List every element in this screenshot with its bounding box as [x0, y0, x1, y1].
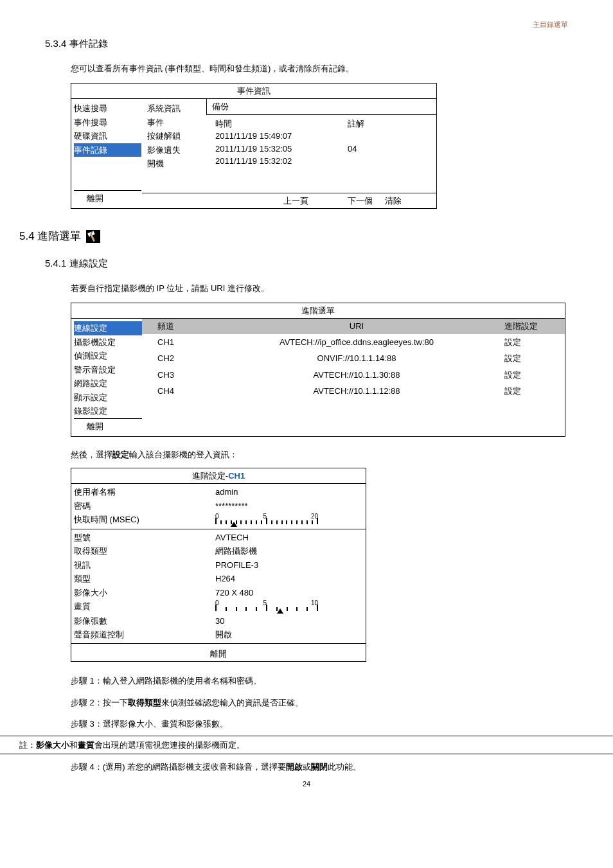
event-time-cell: 2011/11/19 15:32:05	[206, 143, 335, 155]
event-time-cell: 2011/11/19 15:32:02	[206, 155, 335, 168]
advanced-ch-cell: CH4	[142, 384, 213, 399]
advanced-menu-table: 進階選單 連線設定攝影機設定偵測設定警示音設定網路設定顯示設定錄影設定 離開 頻…	[71, 303, 565, 438]
event-leave-button[interactable]: 離開	[74, 190, 141, 206]
advanced-ch-cell: CH3	[142, 368, 213, 383]
advanced-left-item[interactable]: 連線設定	[74, 321, 142, 335]
ch1-leave-button[interactable]: 離開	[71, 645, 366, 662]
ch1-label: 影像大小	[74, 587, 215, 599]
event-note-cell	[335, 130, 412, 143]
advanced-row: CH2ONVIF://10.1.1.14:88設定	[142, 350, 565, 367]
advanced-set-button[interactable]: 設定	[501, 335, 565, 350]
advanced-set-button[interactable]: 設定	[501, 384, 565, 399]
cache-time-label: 快取時間 (MSEC)	[74, 513, 215, 527]
ch1-table-title: 進階設定-CH1	[71, 468, 366, 484]
advanced-uri-cell[interactable]: ONVIF://10.1.1.14:88	[213, 351, 501, 366]
advanced-uri-cell[interactable]: AVTECH://ip_office.ddns.eagleeyes.tw:80	[213, 335, 501, 350]
ch1-label: 密碼	[74, 500, 215, 513]
section-541-title: 5.4.1 連線設定	[45, 256, 568, 271]
section-54-title: 5.4 進階選單	[19, 228, 568, 245]
event-left-item[interactable]: 事件搜尋	[74, 116, 141, 130]
event-mid-item[interactable]: 開機	[147, 157, 201, 171]
ch1-value: admin	[215, 486, 366, 499]
event-time-header: 時間	[206, 118, 335, 130]
hammer-icon	[86, 230, 100, 243]
advanced-uri-cell[interactable]: AVTECH://10.1.1.30:88	[213, 368, 501, 383]
ch1-value: 網路攝影機	[215, 545, 366, 558]
advanced-left-item[interactable]: 顯示設定	[74, 391, 142, 405]
event-mid-item[interactable]: 按鍵解鎖	[147, 129, 201, 143]
cache-time-slider[interactable]: 0 5 20	[215, 514, 318, 527]
ch1-value: AVTECH	[215, 531, 366, 544]
page-header-tag: 主目錄選單	[45, 19, 568, 30]
advanced-left-column: 連線設定攝影機設定偵測設定警示音設定網路設定顯示設定錄影設定 離開	[71, 319, 142, 436]
event-mid-item[interactable]: 事件	[147, 116, 201, 130]
page-number: 24	[45, 779, 568, 790]
event-backup-area: 備份	[206, 99, 436, 115]
event-info-table: 事件資訊 快速搜尋事件搜尋硬碟資訊事件記錄 離開 系統資訊事件按鍵解鎖影像遺失開…	[71, 83, 437, 209]
ch1-value: 720 X 480	[215, 587, 366, 599]
quality-slider[interactable]: 0 5 10	[215, 601, 318, 614]
event-row: 2011/11/19 15:32:0504	[206, 143, 436, 155]
advanced-set-button[interactable]: 設定	[501, 368, 565, 383]
advanced-left-item[interactable]: 警示音設定	[74, 363, 142, 377]
section-534-title: 5.3.4 事件記錄	[45, 37, 568, 51]
ch1-value: 開啟	[215, 628, 366, 641]
event-note-cell: 04	[335, 143, 412, 155]
ch1-label: 視訊	[74, 559, 215, 572]
ch1-label: 影像張數	[74, 615, 215, 628]
event-left-column: 快速搜尋事件搜尋硬碟資訊事件記錄 離開	[71, 99, 142, 208]
event-left-item[interactable]: 硬碟資訊	[74, 129, 141, 143]
step-3: 步驟 3：選擇影像大小、畫質和影像張數。	[71, 718, 568, 731]
ch1-value: H264	[215, 572, 366, 585]
step-1: 步驟 1：輸入登入網路攝影機的使用者名稱和密碼。	[71, 675, 568, 687]
advanced-ch-header: 頻道	[142, 319, 213, 334]
advanced-leave-button[interactable]: 離開	[74, 418, 142, 434]
advanced-set-button[interactable]: 設定	[501, 351, 565, 366]
event-row: 2011/11/19 15:32:02	[206, 155, 436, 168]
ch1-row: 類型H264	[71, 572, 366, 586]
advanced-row: CH3AVTECH://10.1.1.30:88設定	[142, 367, 565, 384]
section-541-desc: 若要自行指定攝影機的 IP 位址，請點 URI 進行修改。	[71, 282, 568, 295]
advanced-set-header: 進階設定	[501, 319, 565, 334]
advanced-row: CH1AVTECH://ip_office.ddns.eagleeyes.tw:…	[142, 334, 565, 351]
event-note-header: 註解	[335, 118, 412, 130]
ch1-row: 視訊PROFILE-3	[71, 558, 366, 572]
advanced-left-item[interactable]: 攝影機設定	[74, 335, 142, 350]
advanced-table-title: 進階選單	[71, 303, 565, 319]
advanced-ch-cell: CH2	[142, 351, 213, 366]
event-clear-button[interactable]: 清除	[385, 195, 436, 208]
event-next-button[interactable]: 下一個	[348, 195, 385, 208]
advanced-left-item[interactable]: 錄影設定	[74, 404, 142, 418]
event-mid-item[interactable]: 影像遺失	[147, 143, 201, 157]
ch1-value: PROFILE-3	[215, 559, 366, 572]
event-mid-item[interactable]: 系統資訊	[147, 102, 201, 116]
ch1-row: 使用者名稱admin	[71, 485, 366, 499]
advanced-left-item[interactable]: 偵測設定	[74, 349, 142, 363]
advanced-ch-cell: CH1	[142, 335, 213, 350]
event-left-item[interactable]: 快速搜尋	[74, 102, 141, 116]
ch1-value: 30	[215, 615, 366, 628]
section-534-desc: 您可以查看所有事件資訊 (事件類型、時間和發生頻道)，或者清除所有記錄。	[71, 62, 568, 75]
ch1-row: 取得類型網路攝影機	[71, 544, 366, 558]
step-2: 步驟 2：按一下取得類型來偵測並確認您輸入的資訊是否正確。	[71, 696, 568, 709]
ch1-row: 型號AVTECH	[71, 531, 366, 545]
event-mid-column: 系統資訊事件按鍵解鎖影像遺失開機	[142, 99, 206, 193]
step-4: 步驟 4：(選用) 若您的網路攝影機支援收音和錄音，選擇要開啟或關閉此功能。	[71, 761, 568, 774]
advanced-header-row: 頻道 URI 進階設定	[142, 319, 565, 334]
note-line: 註：影像大小和畫質會出現的選項需視您連接的攝影機而定。	[0, 736, 613, 755]
ch1-label: 使用者名稱	[74, 486, 215, 499]
event-prev-button[interactable]: 上一頁	[277, 195, 348, 208]
advanced-left-item[interactable]: 網路設定	[74, 376, 142, 391]
advanced-uri-header: URI	[213, 319, 501, 334]
ch1-settings-table: 進階設定-CH1 使用者名稱admin密碼********** 快取時間 (MS…	[71, 468, 366, 662]
event-table-title: 事件資訊	[71, 84, 436, 100]
quality-label: 畫質	[74, 600, 215, 614]
ch1-row: 影像張數30	[71, 614, 366, 628]
ch1-row: 聲音頻道控制開啟	[71, 628, 366, 642]
advanced-uri-cell[interactable]: AVTECH://10.1.1.12:88	[213, 384, 501, 399]
ch1-value: **********	[215, 500, 366, 513]
advanced-row: CH4AVTECH://10.1.1.12:88設定	[142, 383, 565, 400]
event-footer: 上一頁 下一個 清除	[142, 193, 436, 209]
ch1-label: 型號	[74, 531, 215, 544]
event-left-item[interactable]: 事件記錄	[74, 143, 141, 157]
